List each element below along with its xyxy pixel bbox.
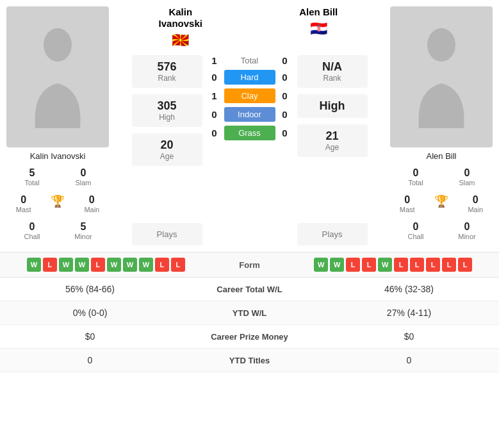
right-stats-mast-main: 0 Mast 🏆 0 Main: [390, 192, 493, 216]
right-total-score: 0: [275, 55, 295, 66]
left-minor-value: 5: [81, 221, 86, 233]
left-chall-label: Chall: [24, 233, 40, 240]
left-high-value: 305: [140, 99, 195, 113]
right-trophy-icon: 🏆: [434, 194, 448, 208]
left-total-cell: 5 Total: [6, 165, 58, 189]
stats-row-left-3: 0: [10, 355, 170, 365]
total-label: Total: [224, 56, 275, 65]
left-slam-label: Slam: [75, 179, 91, 187]
right-chall-cell: 0 Chall: [390, 219, 441, 243]
right-main-label: Main: [468, 206, 483, 213]
left-player-photo: [6, 6, 109, 147]
stats-row: 0 YTD Titles 0: [0, 349, 499, 372]
left-slam-cell: 0 Slam: [58, 165, 109, 189]
form-badge: L: [362, 258, 376, 272]
right-hard-score: 0: [275, 72, 295, 83]
right-player-name-center: Alen Bill: [299, 6, 338, 18]
right-player-header: Alen Bill 🇭🇷: [250, 6, 388, 41]
left-stats-total-slam: 5 Total 0 Slam: [6, 165, 109, 189]
left-plays-label: Plays: [157, 229, 177, 239]
right-high-box: High: [297, 94, 368, 118]
grass-score-row: 0 Grass 0: [205, 126, 295, 140]
form-badge: L: [458, 258, 472, 272]
svg-point-1: [427, 28, 455, 62]
form-badge: L: [410, 258, 424, 272]
left-minor-cell: 5 Minor: [58, 219, 109, 243]
right-slam-label: Slam: [459, 179, 475, 187]
left-plays-box: Plays: [132, 223, 202, 245]
form-badge: W: [59, 258, 73, 272]
top-section: Kalin Ivanovski 5 Total 0 Slam 0 Mast 🏆: [0, 0, 499, 252]
right-chall-label: Chall: [407, 233, 423, 240]
form-badge: W: [27, 258, 41, 272]
indoor-score-row: 0 Indoor 0: [205, 107, 295, 122]
left-grass-score: 0: [205, 128, 224, 138]
right-high-value: High: [305, 99, 360, 113]
left-flag: 🇲🇰: [172, 32, 189, 49]
form-section: WLWWLWWWLL Form WWLLWLLLLL: [0, 252, 499, 278]
left-high-box: 305 High: [132, 94, 202, 127]
left-player-column: Kalin Ivanovski 5 Total 0 Slam 0 Mast 🏆: [6, 6, 109, 245]
left-indoor-score: 0: [205, 109, 224, 120]
stats-row-left-2: $0: [10, 331, 170, 342]
grass-button[interactable]: Grass: [224, 126, 275, 140]
right-plays-box: Plays: [297, 223, 368, 245]
left-mast-value: 0: [20, 194, 26, 206]
clay-button[interactable]: Clay: [224, 88, 275, 103]
right-slam-value: 0: [464, 167, 470, 179]
left-player-silhouette: [26, 26, 90, 128]
left-slam-value: 0: [81, 167, 86, 179]
right-clay-score: 0: [275, 90, 295, 101]
clay-score-row: 1 Clay 0: [205, 88, 295, 103]
right-player-column: Alen Bill 0 Total 0 Slam 0 Mast 🏆: [390, 6, 493, 245]
left-total-value: 5: [29, 167, 35, 179]
stats-row: $0 Career Prize Money $0: [0, 325, 499, 349]
right-mast-label: Mast: [400, 206, 415, 213]
stats-row-right-0: 46% (32-38): [329, 284, 489, 294]
left-main-label: Main: [84, 206, 99, 213]
right-main-value: 0: [473, 194, 479, 206]
left-trophy-icon: 🏆: [51, 194, 65, 208]
left-player-name-center: KalinIvanovski: [159, 6, 202, 29]
right-indoor-score: 0: [275, 109, 295, 120]
form-badge: W: [139, 258, 153, 272]
form-badge: L: [171, 258, 185, 272]
left-player-header: KalinIvanovski 🇲🇰: [111, 6, 250, 53]
right-grass-score: 0: [275, 128, 295, 138]
main-container: Kalin Ivanovski 5 Total 0 Slam 0 Mast 🏆: [0, 0, 499, 372]
right-player-silhouette: [409, 26, 473, 128]
right-age-label: Age: [305, 143, 360, 152]
left-chall-cell: 0 Chall: [6, 219, 58, 243]
right-plays-label: Plays: [322, 229, 343, 239]
right-minor-label: Minor: [458, 233, 476, 240]
left-mast-cell: 0 Mast: [6, 192, 40, 216]
form-badge: L: [43, 258, 57, 272]
left-main-value: 0: [89, 194, 95, 206]
stats-row: 56% (84-66) Career Total W/L 46% (32-38): [0, 278, 499, 301]
left-chall-value: 0: [29, 221, 35, 233]
form-label: Form: [202, 260, 297, 270]
stats-row-mid-1: YTD W/L: [170, 308, 329, 318]
right-player-name: Alen Bill: [427, 151, 457, 161]
comparison-area: 576 Rank 305 High 20 Age Plays: [132, 55, 368, 245]
form-badge: W: [107, 258, 121, 272]
stats-row-mid-2: Career Prize Money: [170, 332, 329, 342]
left-main-cell: 0 Main: [75, 192, 109, 216]
form-badge: W: [314, 258, 328, 272]
hard-button[interactable]: Hard: [224, 70, 275, 85]
left-age-box: 20 Age: [132, 133, 202, 166]
indoor-button[interactable]: Indoor: [224, 107, 275, 122]
left-minor-label: Minor: [74, 233, 92, 240]
left-age-label: Age: [140, 152, 195, 161]
right-total-cell: 0 Total: [390, 165, 441, 189]
left-total-score: 1: [205, 55, 224, 66]
right-minor-cell: 0 Minor: [441, 219, 493, 243]
left-trophy-cell: 🏆: [40, 192, 74, 216]
center-scores: 1 Total 0 0 Hard 0 1 Clay 0: [205, 55, 295, 245]
right-player-photo: [390, 6, 493, 147]
right-age-value: 21: [305, 129, 360, 143]
left-stats-mast-main: 0 Mast 🏆 0 Main: [6, 192, 109, 216]
stats-row: 0% (0-0) YTD W/L 27% (4-11): [0, 301, 499, 325]
right-mast-value: 0: [404, 194, 410, 206]
left-age-value: 20: [140, 138, 195, 152]
